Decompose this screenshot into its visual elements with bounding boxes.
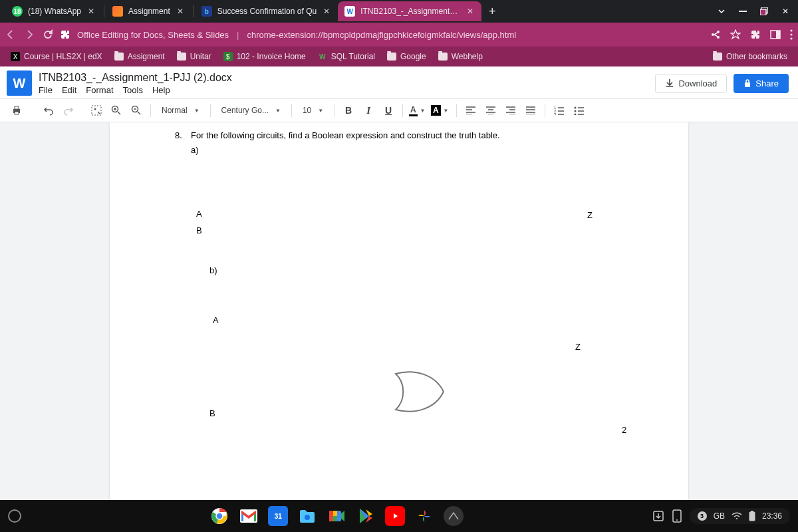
bookmark-invoice-home[interactable]: $ 102 - Invoice Home bbox=[219, 49, 310, 64]
close-window-icon[interactable]: ✕ bbox=[781, 7, 790, 16]
extensions-icon[interactable] bbox=[750, 29, 761, 40]
label-a2: A bbox=[213, 315, 219, 325]
underline-button[interactable]: U bbox=[380, 102, 397, 119]
download-label: Download bbox=[678, 78, 717, 88]
document-page[interactable]: 8. For the following circuits, find a Bo… bbox=[110, 122, 688, 500]
panel-icon[interactable] bbox=[770, 29, 781, 40]
close-icon[interactable]: ✕ bbox=[466, 7, 475, 16]
whatsapp-icon: 18 bbox=[12, 6, 23, 17]
bookmark-edx[interactable]: X Course | HLS2X | edX bbox=[7, 49, 106, 64]
minimize-icon[interactable] bbox=[738, 7, 747, 16]
menu-help[interactable]: Help bbox=[152, 85, 170, 95]
label-a1: A bbox=[196, 209, 202, 219]
chrome-icon[interactable] bbox=[209, 506, 229, 526]
extension-icon bbox=[60, 29, 70, 40]
close-icon[interactable]: ✕ bbox=[322, 7, 331, 16]
highlight-button[interactable]: A▼ bbox=[428, 102, 451, 119]
photos-icon[interactable] bbox=[414, 506, 434, 526]
tab-title: ITNB2103_-_Assignment_1- bbox=[360, 7, 460, 16]
meet-icon[interactable] bbox=[327, 506, 346, 526]
dollar-icon: $ bbox=[223, 52, 233, 61]
zoom-in-button[interactable] bbox=[108, 102, 125, 119]
url: chrome-extension://bpmcpldpdmajfigpchkic… bbox=[247, 30, 516, 40]
menu-tools[interactable]: Tools bbox=[123, 85, 143, 95]
restore-icon[interactable] bbox=[759, 7, 769, 16]
share-page-icon[interactable] bbox=[710, 29, 721, 40]
play-store-icon[interactable] bbox=[356, 506, 376, 526]
svg-rect-14 bbox=[15, 112, 19, 114]
align-right-button[interactable] bbox=[502, 102, 519, 119]
svg-point-27 bbox=[216, 513, 223, 519]
font-select[interactable]: Century Go...▼ bbox=[216, 103, 286, 118]
bookmark-label: Assigment bbox=[128, 52, 165, 61]
bold-button[interactable]: B bbox=[340, 102, 357, 119]
zoom-out-button[interactable] bbox=[128, 102, 145, 119]
tab-itnb2103[interactable]: W ITNB2103_-_Assignment_1- ✕ bbox=[338, 1, 481, 21]
new-tab-button[interactable]: + bbox=[484, 3, 500, 19]
question-text: For the following circuits, find a Boole… bbox=[191, 130, 500, 140]
b-icon: b bbox=[201, 6, 212, 17]
bookmark-sql-tutorial[interactable]: W SQL Tutorial bbox=[314, 49, 379, 64]
svg-point-10 bbox=[790, 37, 792, 39]
bullet-list-button[interactable] bbox=[571, 102, 588, 119]
menu-dots-icon[interactable] bbox=[790, 29, 793, 40]
menu-bar: File Edit Format Tools Help bbox=[39, 85, 648, 95]
align-left-button[interactable] bbox=[462, 102, 479, 119]
bookmark-label: Course | HLS2X | edX bbox=[24, 52, 102, 61]
tab-assignment[interactable]: Assignment ✕ bbox=[106, 1, 192, 21]
font-size-select[interactable]: 10▼ bbox=[297, 103, 329, 118]
reload-icon[interactable] bbox=[43, 29, 53, 40]
system-tray[interactable]: 3 GB 23:36 bbox=[690, 508, 790, 524]
close-icon[interactable]: ✕ bbox=[176, 7, 185, 16]
phone-tray-icon[interactable] bbox=[672, 509, 682, 523]
tab-success-confirmation[interactable]: b Success Confirmation of Qu ✕ bbox=[195, 1, 338, 21]
label-b2: B bbox=[209, 408, 215, 418]
menu-format[interactable]: Format bbox=[86, 85, 113, 95]
align-center-button[interactable] bbox=[482, 102, 499, 119]
bookmark-label: Google bbox=[400, 52, 426, 61]
svg-point-16 bbox=[94, 108, 96, 110]
address-field[interactable]: Office Editing for Docs, Sheets & Slides… bbox=[60, 29, 704, 40]
back-icon[interactable] bbox=[5, 29, 16, 40]
download-tray-icon[interactable] bbox=[652, 510, 664, 522]
document-surface[interactable]: 8. For the following circuits, find a Bo… bbox=[0, 122, 798, 500]
app-icon[interactable] bbox=[444, 506, 464, 526]
label-z2: Z bbox=[575, 342, 581, 352]
youtube-icon[interactable] bbox=[385, 506, 405, 526]
browser-tab-strip: 18 (18) WhatsApp ✕ Assignment ✕ b Succes… bbox=[0, 0, 798, 23]
tab-title: Success Confirmation of Qu bbox=[217, 7, 317, 16]
label-z1: Z bbox=[587, 210, 593, 220]
redo-button[interactable] bbox=[60, 102, 77, 119]
menu-file[interactable]: File bbox=[39, 85, 53, 95]
italic-button[interactable]: I bbox=[360, 102, 377, 119]
formatting-toolbar: Normal▼ Century Go...▼ 10▼ B I U A▼ A▼ 1… bbox=[0, 98, 798, 122]
download-button[interactable]: Download bbox=[655, 74, 727, 93]
menu-edit[interactable]: Edit bbox=[62, 85, 76, 95]
doc-title[interactable]: ITNB2103_-_Assignment_1-PJJ (2).docx bbox=[39, 72, 648, 84]
bookmark-unitar[interactable]: Unitar bbox=[173, 49, 215, 64]
download-icon bbox=[665, 78, 674, 88]
print-button[interactable] bbox=[8, 102, 25, 119]
bookmark-assigment[interactable]: Assigment bbox=[110, 49, 169, 64]
svg-rect-13 bbox=[15, 106, 19, 109]
close-icon[interactable]: ✕ bbox=[86, 7, 96, 16]
files-icon[interactable] bbox=[297, 506, 317, 526]
calendar-icon[interactable]: 31 bbox=[268, 506, 288, 526]
other-bookmarks[interactable]: Other bookmarks bbox=[709, 49, 791, 64]
share-button[interactable]: Share bbox=[733, 74, 789, 93]
gmail-icon[interactable] bbox=[239, 506, 259, 526]
bookmark-google[interactable]: Google bbox=[383, 49, 430, 64]
bookmark-star-icon[interactable] bbox=[730, 29, 741, 40]
fit-button[interactable] bbox=[88, 102, 105, 119]
undo-button[interactable] bbox=[40, 102, 57, 119]
tab-whatsapp[interactable]: 18 (18) WhatsApp ✕ bbox=[5, 1, 102, 21]
numbered-list-button[interactable]: 123 bbox=[551, 102, 568, 119]
bookmark-webhelp[interactable]: Webhelp bbox=[434, 49, 487, 64]
text-color-button[interactable]: A▼ bbox=[408, 102, 426, 119]
w3-icon: W bbox=[318, 52, 327, 61]
forward-icon[interactable] bbox=[24, 29, 35, 40]
chevron-down-icon[interactable] bbox=[717, 7, 726, 16]
style-select[interactable]: Normal▼ bbox=[156, 103, 205, 118]
align-justify-button[interactable] bbox=[522, 102, 539, 119]
launcher-icon[interactable] bbox=[8, 509, 21, 523]
